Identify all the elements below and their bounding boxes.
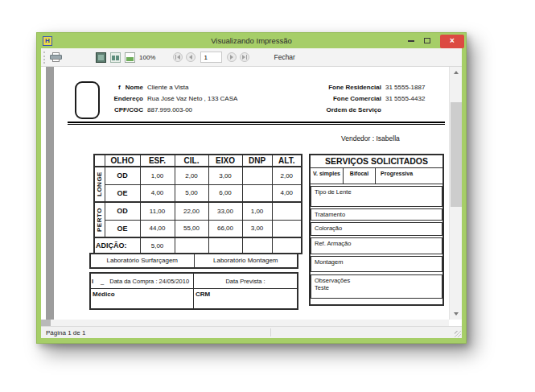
col-header-esf: ESF. xyxy=(140,155,175,167)
horizontal-scrollbar-thumb[interactable] xyxy=(41,320,51,326)
adicao-value: 5,00 xyxy=(140,237,175,254)
document-page: f Nome Cliente a Vista Endereço Rua José… xyxy=(54,67,449,320)
cell-olho: OE xyxy=(105,220,140,237)
page-number-input[interactable] xyxy=(200,52,222,63)
cell-cil: 2,00 xyxy=(175,167,208,184)
cell-alt xyxy=(272,202,302,220)
fone-residencial-value: 31 5555-1887 xyxy=(385,84,425,92)
corner-cell xyxy=(94,155,105,167)
field-tipo-de-lente: Tipo de Lente xyxy=(311,186,442,207)
cell-esf: 11,00 xyxy=(140,202,175,220)
cell-alt xyxy=(272,220,302,237)
next-page-button[interactable] xyxy=(227,52,237,62)
page-width-view-icon[interactable] xyxy=(125,52,135,63)
cell-olho: OD xyxy=(105,167,140,184)
col-header-eixo: EIXO xyxy=(208,155,242,167)
crm-label: CRM xyxy=(194,289,297,308)
table-row: LONGE OD 1,00 2,00 3,00 2,00 xyxy=(94,167,302,184)
adicao-label: ADIÇÃO: xyxy=(94,237,140,254)
stray-mark-underscore: _ xyxy=(101,278,104,285)
cell-eixo: 66,00 xyxy=(208,220,242,237)
cell-alt: 4,00 xyxy=(272,184,302,202)
window-title: Visualizando Impressão xyxy=(37,36,466,45)
vendedor-text: Vendedor : Isabella xyxy=(341,134,400,142)
fechar-button[interactable]: Fechar xyxy=(274,53,294,61)
field-ref-armacao: Ref. Armação xyxy=(311,237,442,254)
cell-dnp: 3,00 xyxy=(242,220,272,237)
cell-dnp xyxy=(242,184,272,202)
col-header-olho: OLHO xyxy=(105,155,140,167)
one-page-view-icon[interactable] xyxy=(96,52,106,63)
cell-esf: 4,00 xyxy=(140,184,175,202)
data-compra-text: Data da Compra : 24/05/2010 xyxy=(109,278,189,285)
zoom-level: 100% xyxy=(139,54,155,61)
col-header-cil: CIL. xyxy=(175,155,208,167)
cell-eixo: 3,00 xyxy=(208,167,242,184)
laboratorio-header: Laboratório Surfarçagem Laboratório Mont… xyxy=(89,253,298,269)
fone-residencial-label: Fone Residencial xyxy=(295,84,381,92)
field-observacoes: Observações Teste xyxy=(311,274,442,299)
type-v-simples: V. simples xyxy=(311,168,344,184)
cell-cil: 5,00 xyxy=(175,184,208,202)
next-page-icon xyxy=(230,55,233,60)
col-header-alt: ALT. xyxy=(272,155,302,167)
laboratorio-montagem-header: Laboratório Montagem xyxy=(195,254,298,267)
endereco-value: Rua José Vaz Neto , 133 CASA xyxy=(147,95,237,103)
page-info: Página 1 de 1 xyxy=(41,329,85,336)
cell-cil: 55,00 xyxy=(175,220,208,237)
prescription-table: OLHO ESF. CIL. EIXO DNP ALT. LONGE xyxy=(93,154,302,254)
servicos-title: SERVIÇOS SOLICITADOS xyxy=(311,155,442,168)
endereco-label: Endereço xyxy=(102,95,143,103)
type-bifocal: Bifocal xyxy=(344,168,376,184)
horizontal-scrollbar[interactable] xyxy=(41,320,449,326)
table-row: PERTO OD 11,00 22,00 33,00 1,00 xyxy=(94,202,302,220)
cell-esf: 44,00 xyxy=(140,220,175,237)
cell-olho: OE xyxy=(105,184,140,202)
first-page-button[interactable] xyxy=(173,52,183,62)
statusbar-divider xyxy=(270,328,271,336)
last-page-icon xyxy=(242,55,245,60)
group-label-longe: LONGE xyxy=(94,167,105,202)
cpf-label: CPF/CGC xyxy=(102,106,143,114)
cell-empty xyxy=(242,237,272,254)
table-row: OE 4,00 5,00 6,00 4,00 xyxy=(94,184,302,202)
toolbar: 100% Fechar xyxy=(41,48,462,67)
cell-dnp: 1,00 xyxy=(242,202,272,220)
cell-empty xyxy=(272,237,302,254)
fone-comercial-value: 31 5555-4432 xyxy=(385,95,425,103)
logo-placeholder xyxy=(75,81,100,119)
vertical-scrollbar[interactable] xyxy=(449,67,462,320)
print-preview-window: H Visualizando Impressão × 100% xyxy=(36,32,467,344)
cell-cil: 22,00 xyxy=(175,202,208,220)
type-progressiva: Progressiva xyxy=(376,168,442,184)
printer-icon[interactable] xyxy=(50,52,62,62)
adicao-row: ADIÇÃO: 5,00 xyxy=(94,237,302,254)
vertical-scrollbar-thumb[interactable] xyxy=(451,102,462,207)
field-tratamento: Tratamento xyxy=(311,208,442,221)
cell-empty xyxy=(208,237,242,254)
table-row: OE 44,00 55,00 66,00 3,00 xyxy=(94,220,302,237)
servicos-panel: SERVIÇOS SOLICITADOS V. simples Bifocal … xyxy=(309,154,444,306)
cell-eixo: 33,00 xyxy=(208,202,242,220)
scroll-down-button[interactable] xyxy=(450,308,462,320)
last-page-button[interactable] xyxy=(240,52,249,62)
observacoes-label: Observações xyxy=(315,277,442,284)
window-body: 100% Fechar f Nome Cliente a Vista xyxy=(41,48,462,338)
screen: H Visualizando Impressão × 100% xyxy=(0,0,535,392)
header-divider xyxy=(68,122,445,125)
scroll-up-button[interactable] xyxy=(450,67,462,78)
field-montagem: Montagem xyxy=(311,256,442,272)
titlebar[interactable]: H Visualizando Impressão × xyxy=(37,33,466,48)
field-coloracao: Coloração xyxy=(311,222,442,236)
resize-grip[interactable] xyxy=(455,331,461,337)
laboratorio-main-box: I _ Data da Compra : 24/05/2010 Data Pre… xyxy=(89,272,298,310)
stray-mark-bar: I xyxy=(92,278,93,285)
scroll-down-icon xyxy=(454,312,459,316)
statusbar: Página 1 de 1 xyxy=(41,326,462,338)
two-page-view-icon[interactable] xyxy=(110,52,121,63)
nome-value: Cliente a Vista xyxy=(147,84,188,92)
fone-comercial-label: Fone Comercial xyxy=(295,95,381,103)
laboratorio-surfacagem-header: Laboratório Surfarçagem xyxy=(91,254,195,267)
col-header-dnp: DNP xyxy=(242,155,272,167)
previous-page-button[interactable] xyxy=(186,52,195,62)
